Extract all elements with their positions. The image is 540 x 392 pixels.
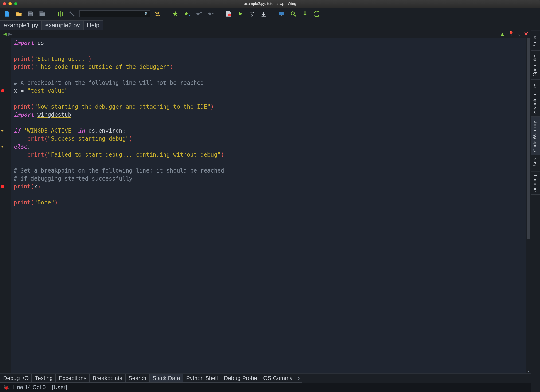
search-green-icon[interactable] <box>289 10 297 18</box>
gutter-row[interactable] <box>0 119 11 127</box>
code-line[interactable] <box>14 159 526 167</box>
scroll-down-icon[interactable]: ▼ <box>526 370 531 373</box>
nav-forward-icon[interactable]: ▶ <box>8 31 13 37</box>
code-line[interactable]: print("Now starting the debugger and att… <box>14 103 526 111</box>
scroll-thumb[interactable] <box>527 38 530 239</box>
save-all-icon[interactable] <box>38 10 46 18</box>
code-line[interactable]: x = "test value" <box>14 87 526 95</box>
code-line[interactable] <box>14 71 526 79</box>
gutter-row[interactable] <box>0 39 11 47</box>
code-line[interactable]: print("This code runs outside of the deb… <box>14 63 526 71</box>
breakpoint-dot-icon[interactable] <box>1 89 4 93</box>
code-line[interactable]: # A breakpoint on the following line wil… <box>14 79 526 87</box>
gutter-row[interactable] <box>0 63 11 71</box>
code-line[interactable] <box>14 95 526 103</box>
bottom-tabs-more-icon[interactable]: › <box>296 374 302 383</box>
code-line[interactable]: print("Starting up...") <box>14 55 526 63</box>
code-line[interactable] <box>14 206 526 215</box>
nav-back-icon[interactable]: ◀ <box>2 31 8 37</box>
spellcheck-icon[interactable]: AB <box>153 10 162 18</box>
breakpoint-icon[interactable] <box>224 10 233 18</box>
gutter-row[interactable] <box>0 175 11 183</box>
gutter-row[interactable] <box>0 79 11 87</box>
bottom-tab-Debug-I-O[interactable]: Debug I/O <box>0 374 32 383</box>
gutter-row[interactable] <box>0 206 11 215</box>
right-tab-Uses[interactable]: Uses <box>531 155 540 172</box>
bottom-tab-Breakpoints[interactable]: Breakpoints <box>90 374 125 383</box>
warning-icon[interactable]: ▲ <box>500 31 505 37</box>
vertical-scrollbar[interactable]: ▲ ▼ <box>526 38 531 373</box>
right-tab-Search-in-Files[interactable]: Search in Files <box>531 80 540 117</box>
indent-icon[interactable] <box>56 10 64 18</box>
code-line[interactable]: else: <box>14 143 526 151</box>
monitor-icon[interactable] <box>277 10 286 18</box>
bookmark-next-icon[interactable] <box>206 10 215 18</box>
code-line[interactable]: print("Failed to start debug... continui… <box>14 151 526 159</box>
right-tab-Project[interactable]: Project <box>531 30 540 51</box>
code-line[interactable] <box>14 191 526 199</box>
gutter-row[interactable] <box>0 95 11 103</box>
gutter-row[interactable] <box>0 55 11 63</box>
open-file-icon[interactable] <box>15 10 23 18</box>
gutter-row[interactable] <box>0 191 11 199</box>
code-area[interactable]: import osprint("Starting up...")print("T… <box>11 38 526 373</box>
gutter-row[interactable] <box>0 215 11 223</box>
file-tab-example2-py[interactable]: example2.py <box>42 20 83 30</box>
code-line[interactable] <box>14 119 526 127</box>
gutter-row[interactable] <box>0 103 11 111</box>
download-icon[interactable] <box>301 10 309 18</box>
fold-triangle-icon[interactable] <box>1 146 4 148</box>
gutter[interactable] <box>0 38 11 373</box>
right-tab-Code-Warnings[interactable]: Code Warnings <box>531 117 540 155</box>
gutter-row[interactable] <box>0 167 11 175</box>
gutter-row[interactable] <box>0 111 11 119</box>
gutter-row[interactable] <box>0 127 11 135</box>
gutter-row[interactable] <box>0 87 11 95</box>
close-editor-icon[interactable]: ✕ <box>524 31 528 37</box>
code-line[interactable]: import os <box>14 39 526 47</box>
pin-icon[interactable]: 📍 <box>508 31 514 37</box>
bookmark-star-arrow-icon[interactable] <box>183 10 191 18</box>
code-line[interactable]: print(x) <box>14 183 526 191</box>
bottom-tab-Testing[interactable]: Testing <box>32 374 56 383</box>
file-tab-example1-py[interactable]: example1.py <box>0 20 42 30</box>
bottom-tab-Stack-Data[interactable]: Stack Data <box>150 374 183 383</box>
bottom-tab-Python-Shell[interactable]: Python Shell <box>183 374 221 383</box>
refresh-icon[interactable] <box>313 10 321 18</box>
step-into-icon[interactable] <box>260 10 268 18</box>
gutter-row[interactable] <box>0 183 11 191</box>
new-file-icon[interactable] <box>3 10 11 18</box>
code-line[interactable]: # if debugging started successfully <box>14 175 526 183</box>
gutter-row[interactable] <box>0 47 11 55</box>
gutter-row[interactable] <box>0 71 11 79</box>
step-over-icon[interactable] <box>248 10 256 18</box>
save-icon[interactable] <box>26 10 35 18</box>
bug-icon[interactable]: 🐞 <box>3 384 9 390</box>
gutter-row[interactable] <box>0 135 11 143</box>
chevron-down-icon[interactable]: ⌄ <box>517 31 521 37</box>
code-line[interactable]: print("Success starting debug") <box>14 135 526 143</box>
code-line[interactable]: # Set a breakpoint on the following line… <box>14 167 526 175</box>
code-line[interactable] <box>14 47 526 55</box>
right-tab-actoring[interactable]: actoring <box>531 172 540 195</box>
code-line[interactable] <box>14 215 526 223</box>
toolbar-search-input[interactable]: 🔍 <box>80 10 150 17</box>
bookmark-star-icon[interactable] <box>171 10 180 18</box>
file-tab-Help[interactable]: Help <box>83 20 103 30</box>
gutter-row[interactable] <box>0 199 11 206</box>
goto-icon[interactable] <box>68 10 76 18</box>
code-line[interactable]: import wingdbstub <box>14 111 526 119</box>
bottom-tab-Search[interactable]: Search <box>125 374 150 383</box>
code-line[interactable]: if 'WINGDB_ACTIVE' in os.environ: <box>14 127 526 135</box>
gutter-row[interactable] <box>0 151 11 159</box>
bottom-tab-Debug-Probe[interactable]: Debug Probe <box>221 374 260 383</box>
gutter-row[interactable] <box>0 143 11 151</box>
code-line[interactable]: print("Done") <box>14 199 526 206</box>
bottom-tab-Exceptions[interactable]: Exceptions <box>56 374 89 383</box>
gutter-row[interactable] <box>0 159 11 167</box>
right-tab-Open-Files[interactable]: Open Files <box>531 51 540 80</box>
bottom-tab-OS-Comma[interactable]: OS Comma <box>260 374 296 383</box>
editor[interactable]: import osprint("Starting up...")print("T… <box>0 38 531 373</box>
run-icon[interactable] <box>236 10 244 18</box>
fold-triangle-icon[interactable] <box>1 130 4 132</box>
